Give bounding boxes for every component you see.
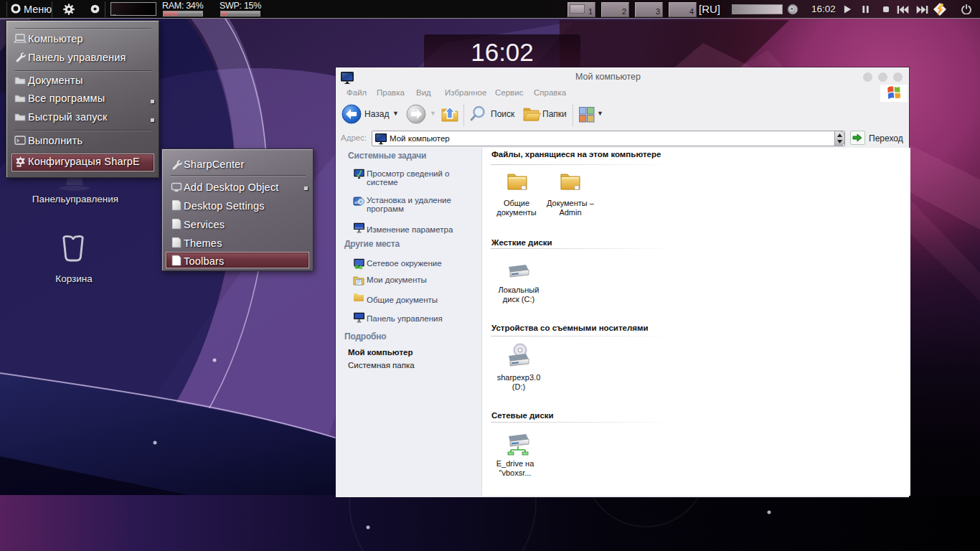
svg-text:dd: dd	[354, 200, 359, 204]
